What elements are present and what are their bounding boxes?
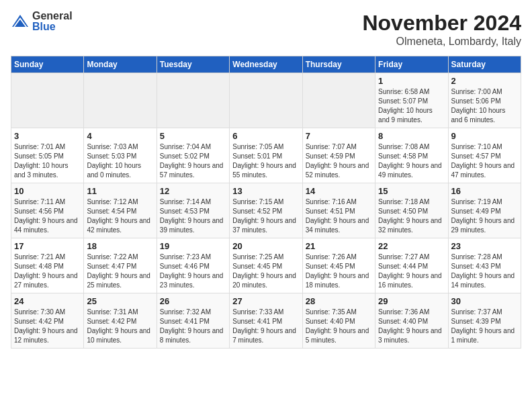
calendar-cell: 18Sunrise: 7:22 AM Sunset: 4:47 PM Dayli… [84,238,157,293]
day-info: Sunrise: 7:01 AM Sunset: 5:05 PM Dayligh… [14,142,81,180]
day-header-saturday: Saturday [448,56,521,73]
day-header-tuesday: Tuesday [157,56,229,73]
calendar-cell: 5Sunrise: 7:04 AM Sunset: 5:02 PM Daylig… [157,128,229,183]
day-info: Sunrise: 7:23 AM Sunset: 4:46 PM Dayligh… [160,253,226,290]
day-number: 27 [232,296,299,306]
calendar-cell: 8Sunrise: 7:08 AM Sunset: 4:58 PM Daylig… [375,128,448,183]
page-title: November 2024 [362,11,521,36]
day-info: Sunrise: 7:05 AM Sunset: 5:01 PM Dayligh… [232,142,299,180]
day-number: 26 [160,296,226,306]
day-number: 28 [306,296,372,306]
calendar-cell: 10Sunrise: 7:11 AM Sunset: 4:56 PM Dayli… [11,183,84,238]
calendar-cell: 11Sunrise: 7:12 AM Sunset: 4:54 PM Dayli… [84,183,157,238]
logo-blue-text: Blue [32,21,73,32]
day-number: 7 [306,131,372,141]
day-info: Sunrise: 7:28 AM Sunset: 4:43 PM Dayligh… [451,253,518,290]
calendar-cell: 9Sunrise: 7:10 AM Sunset: 4:57 PM Daylig… [448,128,521,183]
page-subtitle: Olmeneta, Lombardy, Italy [362,36,521,48]
day-info: Sunrise: 7:16 AM Sunset: 4:51 PM Dayligh… [306,197,372,235]
day-header-sunday: Sunday [11,56,84,73]
calendar-cell [11,73,84,128]
day-number: 17 [14,241,81,251]
day-info: Sunrise: 6:58 AM Sunset: 5:07 PM Dayligh… [378,87,445,125]
day-number: 1 [378,76,445,86]
day-number: 4 [87,131,153,141]
day-info: Sunrise: 7:00 AM Sunset: 5:06 PM Dayligh… [451,87,518,125]
calendar-cell: 16Sunrise: 7:19 AM Sunset: 4:49 PM Dayli… [448,183,521,238]
day-header-monday: Monday [84,56,157,73]
logo-icon [11,12,30,31]
day-number: 10 [14,186,81,196]
calendar-cell: 17Sunrise: 7:21 AM Sunset: 4:48 PM Dayli… [11,238,84,293]
day-header-friday: Friday [375,56,448,73]
calendar-cell: 1Sunrise: 6:58 AM Sunset: 5:07 PM Daylig… [375,73,448,128]
calendar-cell [84,73,157,128]
day-number: 20 [232,241,299,251]
calendar-cell: 27Sunrise: 7:33 AM Sunset: 4:41 PM Dayli… [230,293,302,349]
calendar-cell [302,73,375,128]
day-header-wednesday: Wednesday [230,56,302,73]
calendar-cell [157,73,229,128]
day-number: 25 [87,296,153,306]
calendar-cell: 7Sunrise: 7:07 AM Sunset: 4:59 PM Daylig… [302,128,375,183]
calendar-table: SundayMondayTuesdayWednesdayThursdayFrid… [11,56,521,349]
day-info: Sunrise: 7:32 AM Sunset: 4:41 PM Dayligh… [160,308,226,345]
day-number: 13 [232,186,299,196]
day-number: 29 [378,296,445,306]
calendar-cell: 25Sunrise: 7:31 AM Sunset: 4:42 PM Dayli… [84,293,157,349]
day-info: Sunrise: 7:19 AM Sunset: 4:49 PM Dayligh… [451,197,518,235]
day-info: Sunrise: 7:07 AM Sunset: 4:59 PM Dayligh… [306,142,372,180]
day-info: Sunrise: 7:35 AM Sunset: 4:40 PM Dayligh… [306,308,372,345]
day-info: Sunrise: 7:04 AM Sunset: 5:02 PM Dayligh… [160,142,226,180]
day-info: Sunrise: 7:10 AM Sunset: 4:57 PM Dayligh… [451,142,518,180]
calendar-cell: 13Sunrise: 7:15 AM Sunset: 4:52 PM Dayli… [230,183,302,238]
day-number: 11 [87,186,153,196]
calendar-cell: 12Sunrise: 7:14 AM Sunset: 4:53 PM Dayli… [157,183,229,238]
day-info: Sunrise: 7:21 AM Sunset: 4:48 PM Dayligh… [14,253,81,290]
calendar-cell: 19Sunrise: 7:23 AM Sunset: 4:46 PM Dayli… [157,238,229,293]
day-number: 14 [306,186,372,196]
day-number: 24 [14,296,81,306]
calendar-cell: 2Sunrise: 7:00 AM Sunset: 5:06 PM Daylig… [448,73,521,128]
day-info: Sunrise: 7:11 AM Sunset: 4:56 PM Dayligh… [14,197,81,235]
day-number: 5 [160,131,226,141]
day-number: 16 [451,186,518,196]
day-info: Sunrise: 7:03 AM Sunset: 5:03 PM Dayligh… [87,142,153,180]
day-info: Sunrise: 7:22 AM Sunset: 4:47 PM Dayligh… [87,253,153,290]
calendar-cell: 29Sunrise: 7:36 AM Sunset: 4:40 PM Dayli… [375,293,448,349]
day-info: Sunrise: 7:31 AM Sunset: 4:42 PM Dayligh… [87,308,153,345]
day-number: 21 [306,241,372,251]
day-number: 6 [232,131,299,141]
day-info: Sunrise: 7:15 AM Sunset: 4:52 PM Dayligh… [232,197,299,235]
day-number: 19 [160,241,226,251]
day-info: Sunrise: 7:12 AM Sunset: 4:54 PM Dayligh… [87,197,153,235]
day-info: Sunrise: 7:33 AM Sunset: 4:41 PM Dayligh… [232,308,299,345]
day-info: Sunrise: 7:36 AM Sunset: 4:40 PM Dayligh… [378,308,445,345]
day-number: 9 [451,131,518,141]
calendar-cell: 3Sunrise: 7:01 AM Sunset: 5:05 PM Daylig… [11,128,84,183]
day-info: Sunrise: 7:26 AM Sunset: 4:45 PM Dayligh… [306,253,372,290]
day-number: 3 [14,131,81,141]
day-number: 18 [87,241,153,251]
calendar-cell: 24Sunrise: 7:30 AM Sunset: 4:42 PM Dayli… [11,293,84,349]
calendar-cell: 14Sunrise: 7:16 AM Sunset: 4:51 PM Dayli… [302,183,375,238]
day-info: Sunrise: 7:14 AM Sunset: 4:53 PM Dayligh… [160,197,226,235]
day-info: Sunrise: 7:18 AM Sunset: 4:50 PM Dayligh… [378,197,445,235]
day-number: 22 [378,241,445,251]
title-area: November 2024 Olmeneta, Lombardy, Italy [362,11,521,48]
calendar-cell [230,73,302,128]
logo: General Blue [11,11,73,32]
day-header-thursday: Thursday [302,56,375,73]
calendar-cell: 4Sunrise: 7:03 AM Sunset: 5:03 PM Daylig… [84,128,157,183]
calendar-cell: 23Sunrise: 7:28 AM Sunset: 4:43 PM Dayli… [448,238,521,293]
calendar-cell: 20Sunrise: 7:25 AM Sunset: 4:45 PM Dayli… [230,238,302,293]
calendar-cell: 6Sunrise: 7:05 AM Sunset: 5:01 PM Daylig… [230,128,302,183]
day-info: Sunrise: 7:30 AM Sunset: 4:42 PM Dayligh… [14,308,81,345]
day-info: Sunrise: 7:08 AM Sunset: 4:58 PM Dayligh… [378,142,445,180]
day-number: 12 [160,186,226,196]
day-number: 23 [451,241,518,251]
calendar-cell: 28Sunrise: 7:35 AM Sunset: 4:40 PM Dayli… [302,293,375,349]
day-info: Sunrise: 7:25 AM Sunset: 4:45 PM Dayligh… [232,253,299,290]
day-number: 30 [451,296,518,306]
day-info: Sunrise: 7:37 AM Sunset: 4:39 PM Dayligh… [451,308,518,345]
